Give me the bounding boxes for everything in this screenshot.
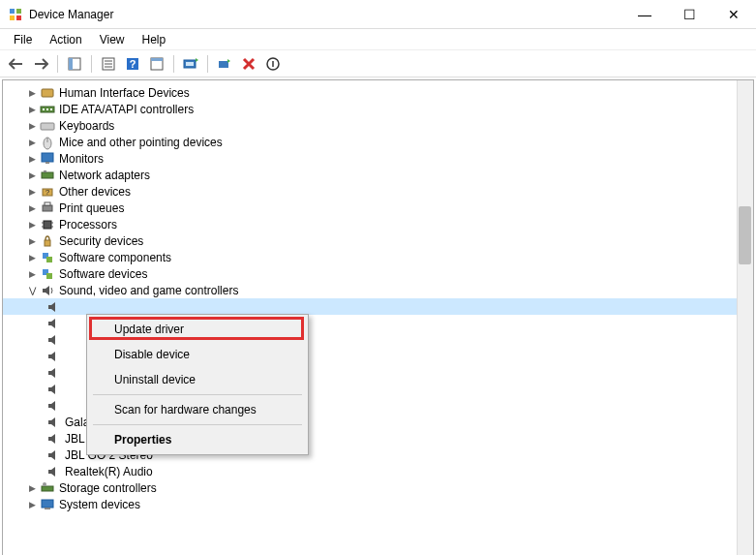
- svg-rect-5: [69, 58, 73, 70]
- separator: [207, 55, 208, 73]
- window-controls: — ☐ ✕: [622, 0, 756, 28]
- chevron-right-icon: ▶: [26, 220, 38, 230]
- help-button[interactable]: ?: [122, 53, 143, 75]
- view-button[interactable]: [146, 53, 167, 75]
- svg-rect-49: [45, 508, 50, 509]
- window-title: Device Manager: [29, 8, 622, 21]
- tree-child-item[interactable]: [3, 298, 753, 315]
- tree-item[interactable]: ▶Human Interface Devices: [3, 84, 753, 101]
- tree-item[interactable]: ▶Monitors: [3, 150, 753, 167]
- context-menu: Update driver Disable device Uninstall d…: [86, 314, 309, 455]
- svg-rect-0: [10, 9, 15, 14]
- chevron-right-icon: ▶: [26, 154, 38, 164]
- chevron-right-icon: ▶: [26, 203, 38, 213]
- hid-icon: [40, 85, 55, 101]
- menu-help[interactable]: Help: [135, 31, 174, 48]
- svg-text:?: ?: [45, 188, 50, 197]
- tree-item[interactable]: ▶Keyboards: [3, 117, 753, 134]
- tree-label: System devices: [59, 498, 140, 511]
- svg-rect-23: [41, 123, 54, 130]
- svg-rect-15: [186, 62, 194, 66]
- titlebar: Device Manager — ☐ ✕: [0, 0, 756, 29]
- tree-label: Software components: [59, 251, 171, 264]
- menu-file[interactable]: File: [6, 31, 40, 48]
- tree-child-item[interactable]: Realtek(R) Audio: [3, 463, 753, 479]
- sound-icon: [45, 365, 61, 381]
- tree-label: Monitors: [59, 152, 104, 166]
- tree-container: ▶Human Interface Devices ▶IDE ATA/ATAPI …: [2, 79, 754, 555]
- chevron-right-icon: ▶: [26, 105, 38, 114]
- mouse-icon: [40, 135, 55, 150]
- other-icon: ?: [40, 184, 55, 200]
- maximize-button[interactable]: ☐: [667, 0, 711, 28]
- software-icon: [40, 266, 55, 282]
- svg-rect-13: [151, 58, 163, 61]
- sound-icon: [45, 382, 61, 397]
- ctx-update-driver[interactable]: Update driver: [89, 317, 306, 342]
- tree-item[interactable]: ⋁Sound, video and game controllers: [3, 282, 753, 298]
- svg-text:?: ?: [130, 58, 136, 70]
- menubar: File Action View Help: [0, 29, 756, 50]
- minimize-button[interactable]: —: [622, 0, 667, 28]
- sound-icon: [45, 349, 61, 364]
- ctx-uninstall-device[interactable]: Uninstall device: [89, 367, 306, 392]
- svg-rect-45: [46, 273, 52, 279]
- menu-view[interactable]: View: [92, 31, 133, 48]
- sound-icon: [45, 415, 61, 430]
- uninstall-button[interactable]: [238, 53, 259, 75]
- tree-label: Human Interface Devices: [59, 86, 190, 100]
- tree-item[interactable]: ▶Software components: [3, 249, 753, 265]
- ctx-scan-hardware[interactable]: Scan for hardware changes: [89, 397, 306, 422]
- sound-icon: [45, 464, 61, 479]
- tree-item[interactable]: ▶Security devices: [3, 232, 753, 249]
- back-button[interactable]: [6, 53, 27, 75]
- tree-label: Realtek(R) Audio: [65, 465, 153, 478]
- svg-rect-35: [45, 202, 50, 205]
- separator: [91, 55, 92, 73]
- sound-icon: [45, 316, 61, 331]
- svg-rect-34: [43, 205, 52, 211]
- svg-rect-28: [42, 153, 53, 162]
- tree-item[interactable]: ▶System devices: [3, 496, 753, 512]
- svg-rect-20: [43, 108, 45, 110]
- close-button[interactable]: ✕: [711, 0, 756, 28]
- ctx-disable-device[interactable]: Disable device: [89, 342, 306, 367]
- menu-action[interactable]: Action: [42, 31, 89, 48]
- disable-button[interactable]: [262, 53, 284, 75]
- tree-item[interactable]: ▶Network adapters: [3, 167, 753, 183]
- svg-rect-1: [16, 9, 21, 14]
- tree-item[interactable]: ▶?Other devices: [3, 183, 753, 200]
- tree-item[interactable]: ▶IDE ATA/ATAPI controllers: [3, 101, 753, 117]
- chevron-right-icon: ▶: [26, 483, 38, 493]
- svg-rect-18: [42, 89, 53, 97]
- tree-label: IDE ATA/ATAPI controllers: [59, 103, 194, 116]
- cpu-icon: [40, 217, 55, 232]
- sound-icon: [40, 283, 55, 298]
- tree-label: Processors: [59, 218, 117, 231]
- printer-icon: [40, 200, 55, 216]
- chevron-right-icon: ▶: [26, 500, 38, 509]
- tree-item[interactable]: ▶Mice and other pointing devices: [3, 134, 753, 150]
- forward-button[interactable]: [30, 53, 51, 75]
- ide-icon: [40, 102, 55, 117]
- svg-rect-21: [46, 108, 48, 110]
- tree-item[interactable]: ▶Storage controllers: [3, 479, 753, 496]
- scan-button[interactable]: [214, 53, 235, 75]
- tree-label: Software devices: [59, 267, 147, 281]
- separator: [93, 394, 302, 395]
- vertical-scrollbar[interactable]: [737, 80, 753, 555]
- svg-rect-29: [45, 162, 49, 164]
- tree-label: Mice and other pointing devices: [59, 136, 223, 149]
- tree-item[interactable]: ▶Print queues: [3, 200, 753, 216]
- tree-label: Security devices: [59, 234, 143, 248]
- chevron-right-icon: ▶: [26, 187, 38, 197]
- ctx-properties[interactable]: Properties: [89, 427, 306, 452]
- properties-button[interactable]: [98, 53, 119, 75]
- sound-icon: [45, 299, 61, 315]
- tree-item[interactable]: ▶Processors: [3, 216, 753, 232]
- tree-item[interactable]: ▶Software devices: [3, 265, 753, 282]
- show-hide-button[interactable]: [64, 53, 85, 75]
- scroll-thumb[interactable]: [739, 206, 751, 264]
- update-driver-button[interactable]: [180, 53, 201, 75]
- svg-rect-31: [44, 170, 46, 172]
